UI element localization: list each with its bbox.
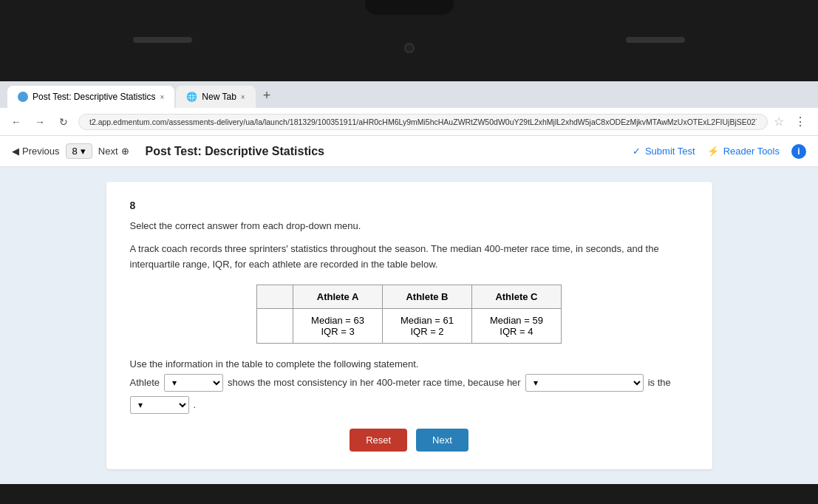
reader-tools-icon: ⚡ [707, 146, 719, 157]
forward-button[interactable]: → [31, 113, 49, 131]
question-dropdown-icon: ▾ [81, 146, 86, 157]
question-number-display: 8 [72, 146, 78, 157]
statement-is-the-text: is the [648, 377, 671, 388]
table-cell-athlete-b: Median = 61 IQR = 2 [383, 308, 472, 343]
athlete-table: Athlete A Athlete B Athlete C Median = 6… [256, 285, 562, 344]
refresh-button[interactable]: ↻ [55, 113, 72, 131]
statement-end: . [194, 399, 197, 410]
tab-post-test[interactable]: Post Test: Descriptive Statistics × [7, 86, 174, 108]
info-icon[interactable]: i [791, 144, 806, 159]
statement-line: Athlete ▾ A B C shows the most consisten… [130, 374, 689, 414]
address-input[interactable] [78, 114, 768, 130]
table-header-athlete-b: Athlete B [383, 285, 472, 308]
athlete-c-iqr: IQR = 4 [490, 326, 543, 337]
next-toolbar-label: Next [98, 146, 118, 157]
athlete-b-iqr: IQR = 2 [401, 326, 454, 337]
value-select[interactable]: ▾ lowest highest [130, 396, 189, 414]
previous-button[interactable]: ◀ Previous [12, 146, 60, 157]
next-toolbar-button[interactable]: Next ⊕ [98, 146, 129, 157]
athlete-b-median: Median = 61 [401, 315, 454, 326]
app-toolbar: ◀ Previous 8 ▾ Next ⊕ Post Test: Descrip… [0, 136, 818, 167]
browser-menu-button[interactable]: ⋮ [790, 112, 811, 132]
tab-new-close[interactable]: × [241, 93, 245, 101]
address-bar-row: ← → ↻ ☆ ⋮ [0, 108, 818, 136]
statement-athlete-text: Athlete [130, 377, 160, 388]
submit-test-label: Submit Test [645, 146, 695, 157]
table-cell-empty [257, 308, 293, 343]
speaker-right [626, 37, 685, 43]
table-header-athlete-a: Athlete A [293, 285, 383, 308]
athlete-a-iqr: IQR = 3 [311, 326, 364, 337]
table-header-athlete-c: Athlete C [471, 285, 561, 308]
browser-chrome: Post Test: Descriptive Statistics × 🌐 Ne… [0, 81, 818, 167]
tab-favicon [18, 92, 28, 102]
table-row: Median = 63 IQR = 3 Median = 61 IQR = 2 … [257, 308, 562, 343]
page-title: Post Test: Descriptive Statistics [146, 145, 324, 158]
submit-icon: ✓ [633, 146, 641, 157]
reset-button[interactable]: Reset [350, 429, 407, 452]
table-cell-athlete-c: Median = 59 IQR = 4 [471, 308, 561, 343]
tab-post-test-close[interactable]: × [160, 93, 165, 101]
bottom-bezel [0, 484, 818, 504]
table-cell-athlete-a: Median = 63 IQR = 3 [293, 308, 383, 343]
reader-tools-label: Reader Tools [723, 146, 780, 157]
bookmark-icon: ☆ [774, 115, 784, 129]
camera-bar [0, 0, 818, 81]
tab-new-tab[interactable]: 🌐 New Tab × [176, 86, 255, 108]
statement-prefix: Use the information in the table to comp… [130, 358, 689, 370]
athlete-select[interactable]: ▾ A B C [164, 374, 223, 392]
next-button[interactable]: Next [416, 429, 468, 452]
main-content: 8 Select the correct answer from each dr… [0, 167, 818, 484]
button-row: Reset Next [130, 429, 689, 452]
tab-new-favicon: 🌐 [186, 92, 197, 102]
tab-new-label: New Tab [202, 92, 236, 102]
tab-bar: Post Test: Descriptive Statistics × 🌐 Ne… [0, 81, 818, 108]
reader-tools-button[interactable]: ⚡ Reader Tools [707, 146, 780, 157]
question-number: 8 [130, 200, 689, 211]
new-tab-button[interactable]: + [257, 85, 277, 106]
back-button[interactable]: ← [7, 113, 25, 131]
previous-label: Previous [22, 146, 60, 157]
athlete-c-median: Median = 59 [490, 315, 543, 326]
statement-shows-text: shows the most consistency in her 400-me… [228, 377, 521, 388]
camera-dot [404, 43, 415, 53]
tab-post-test-label: Post Test: Descriptive Statistics [33, 92, 156, 102]
question-text: A track coach records three sprinters' s… [130, 242, 689, 273]
question-number-badge[interactable]: 8 ▾ [66, 143, 92, 159]
toolbar-nav: ◀ Previous 8 ▾ Next ⊕ [12, 143, 129, 159]
question-card: 8 Select the correct answer from each dr… [106, 182, 712, 469]
instructions: Select the correct answer from each drop… [130, 220, 689, 231]
speaker-left [133, 37, 192, 43]
submit-test-button[interactable]: ✓ Submit Test [633, 146, 695, 157]
statement-section: Use the information in the table to comp… [130, 358, 689, 414]
table-header-empty [257, 285, 293, 308]
athlete-a-median: Median = 63 [311, 315, 364, 326]
toolbar-right: ✓ Submit Test ⚡ Reader Tools i [633, 144, 806, 159]
prev-icon: ◀ [12, 146, 19, 157]
next-toolbar-icon: ⊕ [121, 146, 129, 157]
camera-notch [365, 0, 454, 15]
metric-select[interactable]: ▾ median IQR [525, 374, 644, 392]
